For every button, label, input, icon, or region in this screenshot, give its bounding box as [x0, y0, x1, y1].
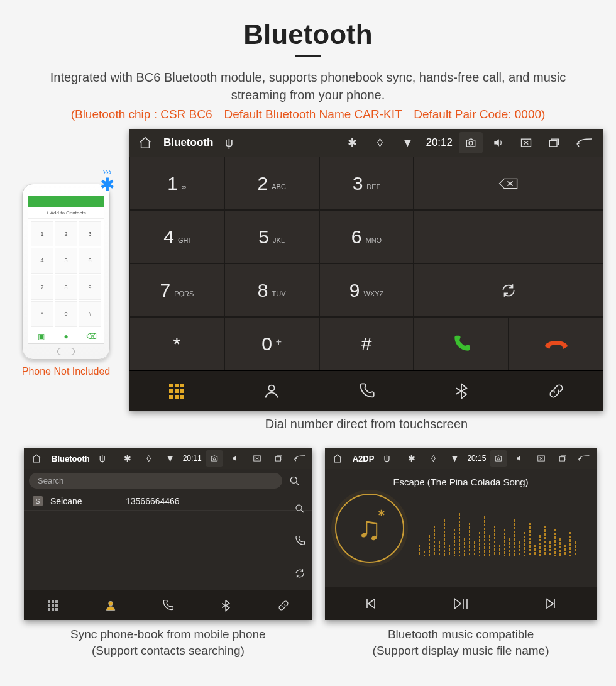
svg-point-8: [296, 505, 302, 511]
empty-key-1: [414, 210, 603, 263]
song-title: Escape (The Pina Colada Song): [325, 477, 597, 487]
screenshot-icon[interactable]: [459, 132, 483, 153]
contact-row[interactable]: S Seicane 13566664466: [24, 492, 312, 511]
svg-rect-2: [549, 141, 557, 147]
dialpad-icon: [169, 384, 184, 399]
home-icon[interactable]: [133, 136, 157, 150]
bluetooth-icon: ✱: [119, 453, 136, 463]
empty-row: [33, 529, 304, 548]
key-8[interactable]: 8TUV: [224, 263, 319, 317]
page-title: Bluetooth: [13, 19, 603, 50]
phone-bksp-icon: ⌫: [79, 329, 104, 343]
back-icon[interactable]: [569, 136, 600, 149]
close-app-icon[interactable]: [532, 454, 550, 463]
equalizer: [418, 500, 587, 556]
svg-point-0: [469, 141, 473, 145]
close-app-icon[interactable]: [248, 454, 266, 463]
next-track-button[interactable]: [506, 587, 597, 620]
sync-key[interactable]: [414, 263, 603, 317]
nav-bluetooth[interactable]: [197, 590, 255, 620]
dialpad-icon: [48, 600, 58, 611]
key-2[interactable]: 2ABC: [224, 157, 319, 210]
back-icon[interactable]: [291, 454, 309, 463]
nav-recent-calls[interactable]: [139, 590, 197, 620]
key-5[interactable]: 5JKL: [224, 210, 319, 263]
search-icon[interactable]: [282, 475, 307, 487]
location-icon: ◊: [140, 453, 158, 463]
screenshot-icon[interactable]: [206, 450, 223, 467]
hangup-button[interactable]: [509, 317, 603, 370]
key-1[interactable]: 1∞: [129, 157, 224, 210]
nav-pair[interactable]: [255, 590, 312, 620]
nav-bluetooth[interactable]: [414, 371, 509, 411]
key-6[interactable]: 6MNO: [319, 210, 414, 263]
play-pause-button[interactable]: [415, 587, 506, 620]
music-note-icon: ♫: [357, 509, 382, 547]
home-icon[interactable]: [28, 453, 45, 463]
dialer-unit: Bluetooth ψ ✱ ◊ ▼ 20:12: [129, 129, 603, 411]
svg-point-7: [290, 477, 297, 483]
svg-point-3: [269, 385, 275, 390]
key-hash[interactable]: #: [319, 317, 414, 370]
recent-apps-icon[interactable]: [554, 454, 571, 463]
key-4[interactable]: 4GHI: [129, 210, 224, 263]
add-to-contacts: + Add to Contacts: [28, 207, 104, 219]
topbar-title: A2DP: [353, 454, 375, 463]
svg-point-10: [498, 458, 500, 460]
close-app-icon[interactable]: [514, 136, 538, 149]
wifi-icon: ▼: [162, 453, 179, 463]
svg-rect-12: [560, 457, 565, 461]
topbar: Bluetooth ψ ✱ ◊ ▼ 20:12: [129, 129, 603, 157]
key-3[interactable]: 3DEF: [319, 157, 414, 210]
empty-row: [33, 511, 304, 529]
phone-home-button: [57, 348, 75, 355]
recent-apps-icon[interactable]: [270, 454, 287, 463]
volume-icon[interactable]: [487, 136, 510, 149]
usb-icon: ψ: [94, 453, 111, 463]
key-9[interactable]: 9WXYZ: [319, 263, 414, 317]
key-star[interactable]: *: [129, 317, 224, 370]
contact-name: Seicane: [50, 496, 126, 506]
nav-contacts[interactable]: [224, 371, 319, 411]
topbar-title: Bluetooth: [163, 136, 213, 149]
music-caption: Bluetooth music compatible (Support disp…: [325, 626, 597, 658]
location-icon: ◊: [424, 453, 442, 463]
phone-mock: ›››✱ + Add to Contacts 123 456 789 *0# ▣…: [22, 184, 110, 360]
phone-not-included: Phone Not Included: [13, 366, 119, 377]
side-sync-icon[interactable]: [287, 568, 312, 579]
phone-header: [28, 196, 104, 207]
nav-dialpad[interactable]: [24, 590, 82, 620]
side-call-icon[interactable]: [287, 535, 312, 546]
svg-point-4: [213, 458, 216, 460]
nav-pair[interactable]: [509, 371, 603, 411]
contact-number: 13566664466: [126, 496, 180, 506]
contact-initial-badge: S: [33, 496, 43, 506]
key-7[interactable]: 7PQRS: [129, 263, 224, 317]
prev-track-button[interactable]: [325, 587, 415, 620]
wifi-icon: ▼: [446, 453, 463, 463]
home-icon[interactable]: [329, 453, 346, 463]
key-0[interactable]: 0+: [224, 317, 319, 370]
back-icon[interactable]: [575, 454, 593, 463]
volume-icon[interactable]: [227, 454, 245, 463]
bluetooth-signal-icon: ›››✱: [100, 169, 114, 195]
topbar-time: 20:11: [183, 454, 202, 463]
phone-call-icon: ●: [53, 329, 79, 343]
contacts-unit: Bluetooth ψ ✱ ◊ ▼ 20:11 Search: [24, 448, 312, 620]
svg-point-9: [108, 601, 113, 606]
nav-dialpad[interactable]: [129, 371, 224, 411]
nav-recent-calls[interactable]: [319, 371, 414, 411]
call-button[interactable]: [414, 317, 509, 370]
screenshot-icon[interactable]: [490, 450, 507, 467]
volume-icon[interactable]: [511, 454, 529, 463]
svg-rect-6: [275, 457, 280, 461]
topbar-title: Bluetooth: [52, 454, 90, 463]
side-search-icon[interactable]: [287, 503, 312, 514]
main-caption: Dial number direct from touchscreen: [129, 417, 603, 431]
topbar-time: 20:12: [426, 136, 453, 149]
search-input[interactable]: Search: [29, 473, 282, 489]
backspace-key[interactable]: [414, 157, 603, 210]
bluetooth-icon: ✱: [403, 453, 421, 463]
nav-contacts[interactable]: [82, 590, 140, 620]
recent-apps-icon[interactable]: [542, 136, 566, 149]
